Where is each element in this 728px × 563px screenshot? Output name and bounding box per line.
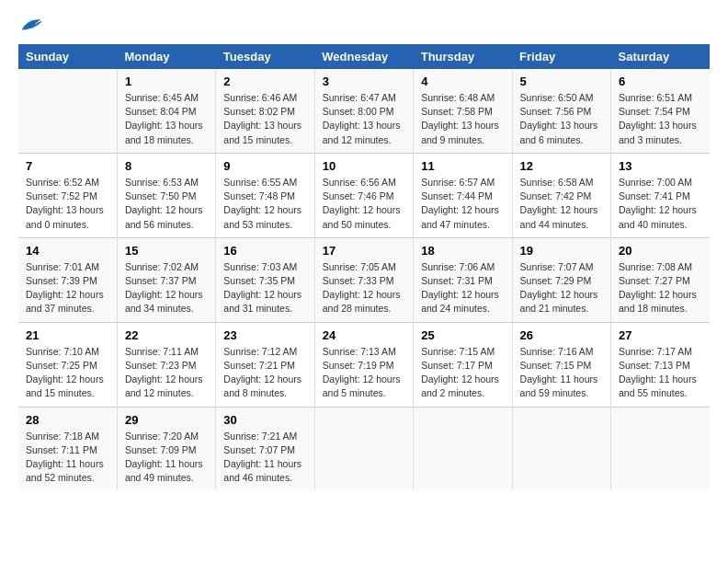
day-info: Sunrise: 6:52 AM Sunset: 7:52 PM Dayligh… — [26, 176, 109, 232]
day-number: 4 — [421, 75, 504, 88]
day-number: 20 — [619, 244, 702, 258]
day-number: 11 — [421, 159, 504, 173]
day-cell: 2Sunrise: 6:46 AM Sunset: 8:02 PM Daylig… — [216, 69, 314, 153]
calendar-table: SundayMondayTuesdayWednesdayThursdayFrid… — [18, 44, 710, 490]
day-number: 2 — [223, 75, 306, 88]
day-info: Sunrise: 7:05 AM Sunset: 7:33 PM Dayligh… — [323, 260, 405, 316]
day-info: Sunrise: 6:45 AM Sunset: 8:04 PM Dayligh… — [125, 91, 208, 147]
day-info: Sunrise: 6:53 AM Sunset: 7:50 PM Dayligh… — [125, 176, 208, 232]
day-info: Sunrise: 7:21 AM Sunset: 7:07 PM Dayligh… — [223, 430, 306, 486]
day-info: Sunrise: 7:00 AM Sunset: 7:41 PM Dayligh… — [619, 176, 702, 232]
day-info: Sunrise: 7:20 AM Sunset: 7:09 PM Dayligh… — [125, 430, 208, 486]
day-number: 28 — [26, 413, 109, 427]
day-info: Sunrise: 6:56 AM Sunset: 7:46 PM Dayligh… — [323, 176, 405, 232]
day-cell: 19Sunrise: 7:07 AM Sunset: 7:29 PM Dayli… — [512, 237, 610, 322]
day-info: Sunrise: 6:46 AM Sunset: 8:02 PM Dayligh… — [223, 91, 306, 147]
day-cell: 8Sunrise: 6:53 AM Sunset: 7:50 PM Daylig… — [117, 153, 215, 237]
day-cell: 30Sunrise: 7:21 AM Sunset: 7:07 PM Dayli… — [216, 407, 314, 490]
header-monday: Monday — [117, 44, 215, 69]
day-cell: 23Sunrise: 7:12 AM Sunset: 7:21 PM Dayli… — [216, 322, 314, 407]
day-info: Sunrise: 6:58 AM Sunset: 7:42 PM Dayligh… — [520, 176, 603, 232]
day-cell: 3Sunrise: 6:47 AM Sunset: 8:00 PM Daylig… — [314, 69, 413, 153]
day-number: 24 — [323, 328, 405, 342]
day-number: 23 — [223, 328, 306, 342]
header-row: SundayMondayTuesdayWednesdayThursdayFrid… — [18, 44, 710, 69]
day-info: Sunrise: 7:13 AM Sunset: 7:19 PM Dayligh… — [323, 345, 405, 401]
calendar-body: 1Sunrise: 6:45 AM Sunset: 8:04 PM Daylig… — [18, 69, 710, 490]
day-number: 16 — [223, 244, 306, 258]
day-number: 1 — [125, 75, 208, 88]
day-number: 3 — [323, 75, 405, 88]
day-info: Sunrise: 6:57 AM Sunset: 7:44 PM Dayligh… — [421, 176, 504, 232]
day-number: 30 — [223, 413, 306, 427]
day-cell: 9Sunrise: 6:55 AM Sunset: 7:48 PM Daylig… — [216, 153, 314, 237]
day-info: Sunrise: 7:11 AM Sunset: 7:23 PM Dayligh… — [125, 345, 208, 401]
day-info: Sunrise: 7:18 AM Sunset: 7:11 PM Dayligh… — [26, 430, 109, 486]
week-row-4: 21Sunrise: 7:10 AM Sunset: 7:25 PM Dayli… — [18, 322, 710, 407]
week-row-2: 7Sunrise: 6:52 AM Sunset: 7:52 PM Daylig… — [18, 153, 710, 237]
day-cell: 10Sunrise: 6:56 AM Sunset: 7:46 PM Dayli… — [314, 153, 413, 237]
day-info: Sunrise: 7:17 AM Sunset: 7:13 PM Dayligh… — [619, 345, 702, 401]
page-header — [18, 18, 710, 29]
day-number: 10 — [323, 159, 405, 173]
day-info: Sunrise: 6:48 AM Sunset: 7:58 PM Dayligh… — [421, 91, 504, 147]
logo-bird-icon — [20, 17, 42, 33]
week-row-5: 28Sunrise: 7:18 AM Sunset: 7:11 PM Dayli… — [18, 407, 710, 490]
day-info: Sunrise: 7:06 AM Sunset: 7:31 PM Dayligh… — [421, 260, 504, 316]
day-cell: 28Sunrise: 7:18 AM Sunset: 7:11 PM Dayli… — [18, 407, 117, 490]
day-cell: 5Sunrise: 6:50 AM Sunset: 7:56 PM Daylig… — [512, 69, 610, 153]
header-thursday: Thursday — [414, 44, 512, 69]
week-row-1: 1Sunrise: 6:45 AM Sunset: 8:04 PM Daylig… — [18, 69, 710, 153]
day-cell: 14Sunrise: 7:01 AM Sunset: 7:39 PM Dayli… — [18, 237, 117, 322]
day-number: 15 — [125, 244, 208, 258]
day-number: 17 — [323, 244, 405, 258]
header-tuesday: Tuesday — [216, 44, 314, 69]
day-number: 27 — [619, 328, 702, 342]
day-info: Sunrise: 7:07 AM Sunset: 7:29 PM Dayligh… — [520, 260, 603, 316]
day-cell: 13Sunrise: 7:00 AM Sunset: 7:41 PM Dayli… — [611, 153, 710, 237]
day-cell: 24Sunrise: 7:13 AM Sunset: 7:19 PM Dayli… — [314, 322, 413, 407]
day-info: Sunrise: 7:16 AM Sunset: 7:15 PM Dayligh… — [520, 345, 603, 401]
day-cell: 17Sunrise: 7:05 AM Sunset: 7:33 PM Dayli… — [314, 237, 413, 322]
day-cell: 1Sunrise: 6:45 AM Sunset: 8:04 PM Daylig… — [117, 69, 215, 153]
day-number: 9 — [223, 159, 306, 173]
day-number: 22 — [125, 328, 208, 342]
day-cell: 15Sunrise: 7:02 AM Sunset: 7:37 PM Dayli… — [117, 237, 215, 322]
day-number: 21 — [26, 328, 109, 342]
day-number: 26 — [520, 328, 603, 342]
day-number: 6 — [619, 75, 702, 88]
day-cell: 26Sunrise: 7:16 AM Sunset: 7:15 PM Dayli… — [512, 322, 610, 407]
day-cell: 16Sunrise: 7:03 AM Sunset: 7:35 PM Dayli… — [216, 237, 314, 322]
day-cell: 18Sunrise: 7:06 AM Sunset: 7:31 PM Dayli… — [414, 237, 512, 322]
day-cell: 20Sunrise: 7:08 AM Sunset: 7:27 PM Dayli… — [611, 237, 710, 322]
day-info: Sunrise: 6:55 AM Sunset: 7:48 PM Dayligh… — [223, 176, 306, 232]
day-number: 18 — [421, 244, 504, 258]
day-number: 25 — [421, 328, 504, 342]
day-cell: 21Sunrise: 7:10 AM Sunset: 7:25 PM Dayli… — [18, 322, 117, 407]
day-cell: 6Sunrise: 6:51 AM Sunset: 7:54 PM Daylig… — [611, 69, 710, 153]
day-cell — [414, 407, 512, 490]
day-cell — [18, 69, 117, 153]
day-number: 5 — [520, 75, 603, 88]
day-cell — [314, 407, 413, 490]
day-cell: 27Sunrise: 7:17 AM Sunset: 7:13 PM Dayli… — [611, 322, 710, 407]
day-cell: 25Sunrise: 7:15 AM Sunset: 7:17 PM Dayli… — [414, 322, 512, 407]
day-info: Sunrise: 6:47 AM Sunset: 8:00 PM Dayligh… — [323, 91, 405, 147]
day-cell: 29Sunrise: 7:20 AM Sunset: 7:09 PM Dayli… — [117, 407, 215, 490]
day-info: Sunrise: 6:50 AM Sunset: 7:56 PM Dayligh… — [520, 91, 603, 147]
day-info: Sunrise: 7:03 AM Sunset: 7:35 PM Dayligh… — [223, 260, 306, 316]
day-number: 12 — [520, 159, 603, 173]
header-sunday: Sunday — [18, 44, 117, 69]
day-info: Sunrise: 7:15 AM Sunset: 7:17 PM Dayligh… — [421, 345, 504, 401]
day-cell: 11Sunrise: 6:57 AM Sunset: 7:44 PM Dayli… — [414, 153, 512, 237]
header-wednesday: Wednesday — [314, 44, 413, 69]
day-info: Sunrise: 7:02 AM Sunset: 7:37 PM Dayligh… — [125, 260, 208, 316]
day-number: 13 — [619, 159, 702, 173]
day-number: 14 — [26, 244, 109, 258]
calendar-header: SundayMondayTuesdayWednesdayThursdayFrid… — [18, 44, 710, 69]
day-info: Sunrise: 7:10 AM Sunset: 7:25 PM Dayligh… — [26, 345, 109, 401]
day-cell: 7Sunrise: 6:52 AM Sunset: 7:52 PM Daylig… — [18, 153, 117, 237]
day-cell: 22Sunrise: 7:11 AM Sunset: 7:23 PM Dayli… — [117, 322, 215, 407]
day-info: Sunrise: 7:01 AM Sunset: 7:39 PM Dayligh… — [26, 260, 109, 316]
day-info: Sunrise: 7:08 AM Sunset: 7:27 PM Dayligh… — [619, 260, 702, 316]
